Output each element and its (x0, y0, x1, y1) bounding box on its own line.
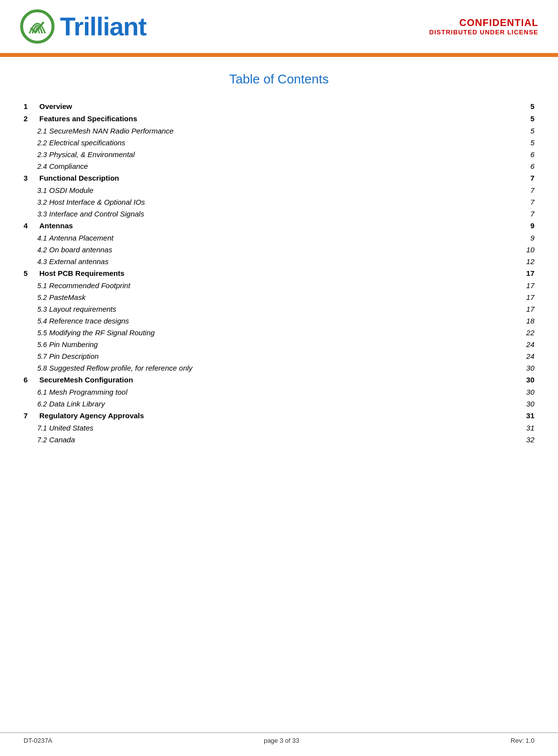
toc-label: Recommended Footprint (49, 281, 284, 290)
toc-entry: 3.1OSDI Module7 (24, 185, 534, 196)
toc-dots (284, 406, 519, 406)
toc-page: 30 (519, 364, 534, 372)
toc-number: 5.8 (24, 364, 49, 372)
toc-page: 24 (519, 352, 534, 360)
toc-page: 17 (519, 305, 534, 313)
toc-container: 1Overview52Features and Specifications52… (24, 101, 534, 445)
toc-label: Electrical specifications (49, 138, 284, 147)
logo-text: Trilliant (60, 14, 146, 39)
toc-dots (284, 394, 519, 395)
toc-entry: 7.1United States31 (24, 422, 534, 433)
toc-label: Mesh Programming tool (49, 388, 284, 396)
confidential-area: CONFIDENTIAL DISTRIBUTED UNDER LICENSE (429, 17, 538, 36)
toc-label: Regulatory Agency Approvals (39, 411, 279, 420)
toc-dots (284, 264, 519, 264)
toc-dots (284, 168, 519, 169)
toc-dots (279, 108, 519, 109)
toc-number: 6.2 (24, 400, 49, 408)
toc-label: United States (49, 424, 284, 432)
toc-page: 6 (519, 162, 534, 170)
toc-number: 3.1 (24, 187, 49, 194)
toc-entry: 5.5Modifying the RF Signal Routing22 (24, 327, 534, 338)
toc-number: 3.2 (24, 198, 49, 206)
toc-label: External antennas (49, 257, 284, 266)
toc-entry: 3.3Interface and Control Signals7 (24, 208, 534, 219)
toc-page: 5 (519, 102, 534, 110)
toc-dots (284, 430, 519, 431)
toc-entry: 3.2Host Interface & Optional IOs7 (24, 196, 534, 208)
toc-number: 5.2 (24, 294, 49, 301)
toc-entry: 7Regulatory Agency Approvals31 (24, 410, 534, 421)
toc-page: 5 (519, 114, 534, 123)
toc-entry: 5.6Pin Numbering24 (24, 339, 534, 350)
toc-dots (284, 311, 519, 312)
orange-bar (0, 53, 558, 57)
toc-number: 2.4 (24, 162, 49, 170)
toc-dots (284, 157, 519, 157)
toc-page: 7 (519, 198, 534, 206)
toc-page: 7 (519, 186, 534, 194)
toc-label: Host PCB Requirements (39, 269, 279, 277)
toc-number: 2.3 (24, 151, 49, 159)
toc-page: 7 (519, 210, 534, 218)
toc-dots (279, 382, 519, 382)
toc-page: 31 (519, 424, 534, 432)
confidential-title: CONFIDENTIAL (429, 17, 538, 28)
toc-label: Pin Numbering (49, 340, 284, 349)
toc-number: 4 (24, 221, 39, 230)
toc-entry: 4.2On board antennas10 (24, 244, 534, 255)
trilliant-logo-icon (20, 9, 55, 44)
toc-dots (279, 180, 519, 181)
toc-dots (284, 252, 519, 252)
toc-label: Antenna Placement (49, 234, 284, 242)
toc-number: 4.1 (24, 234, 49, 242)
footer-center: page 3 of 33 (264, 737, 299, 744)
toc-dots (284, 216, 519, 216)
toc-number: 2.2 (24, 139, 49, 147)
toc-title: Table of Contents (24, 72, 534, 87)
toc-page: 10 (519, 245, 534, 254)
toc-dots (284, 442, 519, 442)
toc-label: Functional Description (39, 174, 279, 182)
toc-label: Compliance (49, 162, 284, 170)
toc-label: Physical, & Environmental (49, 150, 284, 159)
toc-number: 4.3 (24, 258, 49, 266)
toc-number: 5.4 (24, 317, 49, 325)
toc-entry: 2.3Physical, & Environmental6 (24, 149, 534, 160)
toc-label: Pin Description (49, 352, 284, 360)
toc-label: Overview (39, 102, 279, 110)
toc-page: 22 (519, 328, 534, 337)
toc-entry: 2.2Electrical specifications5 (24, 137, 534, 148)
toc-entry: 5Host PCB Requirements17 (24, 268, 534, 279)
confidential-sub: DISTRIBUTED UNDER LICENSE (429, 28, 538, 36)
toc-label: Reference trace designs (49, 317, 284, 325)
toc-dots (284, 299, 519, 300)
toc-entry: 2Features and Specifications5 (24, 113, 534, 124)
toc-page: 17 (519, 281, 534, 290)
toc-entry: 1Overview5 (24, 101, 534, 112)
toc-number: 5 (24, 269, 39, 277)
toc-page: 5 (519, 127, 534, 135)
toc-page: 18 (519, 317, 534, 325)
footer-left: DT-0237A (24, 737, 53, 744)
toc-label: SecureMesh NAN Radio Performance (49, 127, 284, 135)
toc-page: 32 (519, 435, 534, 444)
toc-entry: 5.2PasteMask17 (24, 292, 534, 303)
toc-page: 31 (519, 411, 534, 420)
toc-entry: 6SecureMesh Configuration30 (24, 374, 534, 385)
toc-entry: 4.3External antennas12 (24, 256, 534, 267)
toc-dots (279, 418, 519, 418)
toc-label: Canada (49, 435, 284, 444)
toc-number: 5.3 (24, 305, 49, 313)
toc-page: 5 (519, 138, 534, 147)
toc-label: PasteMask (49, 293, 284, 301)
header: Trilliant CONFIDENTIAL DISTRIBUTED UNDER… (0, 0, 558, 49)
toc-label: Layout requirements (49, 305, 284, 313)
toc-label: OSDI Module (49, 186, 284, 194)
toc-dots (284, 347, 519, 347)
toc-entry: 2.4Compliance6 (24, 161, 534, 172)
toc-page: 9 (519, 221, 534, 230)
toc-number: 3.3 (24, 210, 49, 218)
toc-label: Host Interface & Optional IOs (49, 198, 284, 206)
toc-entry: 5.1Recommended Footprint17 (24, 280, 534, 291)
